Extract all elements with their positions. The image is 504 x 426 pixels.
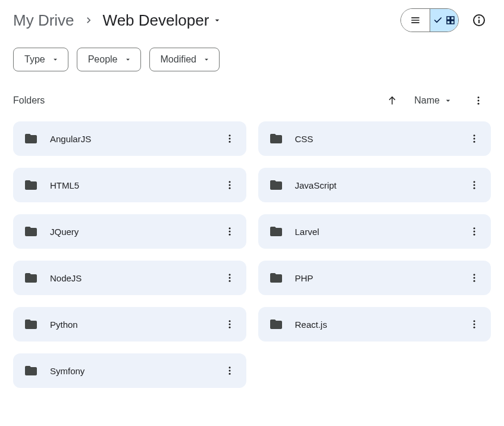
chevron-right-icon	[83, 14, 95, 26]
arrow-up-icon	[387, 95, 397, 106]
svg-point-27	[228, 231, 230, 233]
info-icon	[472, 13, 486, 27]
folder-card[interactable]: Larvel	[258, 214, 492, 249]
list-view-button[interactable]	[401, 9, 430, 32]
svg-point-16	[228, 141, 230, 143]
folder-more-button[interactable]	[219, 360, 240, 381]
svg-point-44	[228, 367, 230, 368]
grid-view-button[interactable]	[430, 9, 458, 32]
svg-point-30	[474, 231, 475, 233]
svg-point-19	[474, 141, 475, 143]
filter-people[interactable]: People	[77, 48, 141, 71]
sort-by-button[interactable]: Name	[414, 95, 453, 106]
folder-icon	[24, 271, 38, 285]
svg-point-32	[228, 274, 230, 275]
caret-down-icon	[443, 96, 453, 105]
svg-point-33	[228, 277, 230, 279]
svg-point-45	[228, 370, 230, 372]
folder-card[interactable]: JQuery	[13, 214, 246, 249]
folder-name: JavaScript	[295, 180, 464, 190]
caret-down-icon	[212, 15, 222, 25]
svg-point-15	[228, 138, 230, 140]
folder-more-button[interactable]	[464, 314, 485, 335]
folder-grid: AngularJSCSSHTML5JavaScriptJQueryLarvelN…	[13, 121, 491, 388]
folder-more-button[interactable]	[219, 128, 240, 149]
filter-modified-label: Modified	[161, 54, 196, 65]
folder-card[interactable]: JavaScript	[258, 168, 492, 202]
svg-rect-6	[450, 21, 453, 24]
folder-card[interactable]: Symfony	[13, 353, 246, 388]
folder-icon	[269, 178, 283, 192]
svg-point-23	[474, 181, 475, 183]
folder-card[interactable]: PHP	[258, 261, 492, 295]
svg-point-39	[228, 324, 230, 325]
folder-more-button[interactable]	[464, 267, 485, 289]
folder-name: CSS	[295, 134, 464, 144]
folder-icon	[269, 224, 283, 239]
svg-point-17	[474, 134, 475, 136]
section-title: Folders	[13, 95, 45, 106]
svg-point-9	[479, 17, 480, 18]
svg-point-21	[228, 184, 230, 186]
sort-direction-button[interactable]	[387, 95, 397, 106]
list-view-icon	[409, 14, 421, 26]
svg-point-46	[228, 373, 230, 375]
folder-more-button[interactable]	[464, 128, 485, 149]
caret-down-icon	[51, 55, 60, 64]
folder-card[interactable]: NodeJS	[13, 261, 246, 295]
folder-name: Symfony	[50, 366, 219, 376]
folder-more-button[interactable]	[219, 267, 240, 289]
folder-name: AngularJS	[50, 134, 219, 144]
folder-more-button[interactable]	[219, 221, 240, 242]
breadcrumb-current-label: Web Developer	[103, 11, 209, 30]
filter-modified[interactable]: Modified	[149, 48, 220, 71]
svg-rect-3	[447, 17, 450, 20]
folder-more-button[interactable]	[219, 174, 240, 196]
folder-card[interactable]: AngularJS	[13, 121, 246, 156]
svg-rect-4	[450, 17, 453, 20]
folder-card[interactable]: HTML5	[13, 168, 246, 202]
folder-icon	[24, 364, 38, 378]
grid-view-icon	[445, 15, 456, 26]
filter-type-label: Type	[24, 54, 45, 65]
folder-more-button[interactable]	[464, 221, 485, 242]
folder-card[interactable]: CSS	[258, 121, 492, 156]
breadcrumb-current[interactable]: Web Developer	[103, 11, 223, 30]
filter-type[interactable]: Type	[13, 48, 68, 71]
svg-point-14	[228, 134, 230, 136]
folder-name: NodeJS	[50, 273, 219, 283]
folder-icon	[24, 178, 38, 192]
folder-icon	[24, 317, 38, 331]
folder-more-button[interactable]	[219, 314, 240, 335]
filter-row: Type People Modified	[13, 48, 491, 71]
folder-icon	[269, 271, 283, 285]
svg-point-24	[474, 184, 475, 186]
header-actions	[400, 8, 491, 32]
folder-name: HTML5	[50, 180, 219, 190]
folder-name: Larvel	[295, 227, 464, 237]
svg-point-11	[478, 96, 480, 98]
svg-point-41	[474, 320, 475, 322]
info-button[interactable]	[467, 8, 491, 32]
folder-icon	[24, 224, 38, 239]
svg-rect-5	[447, 21, 450, 24]
view-toggle	[400, 8, 459, 32]
svg-point-40	[228, 327, 230, 328]
caret-down-icon	[202, 55, 211, 64]
folder-card[interactable]: Python	[13, 307, 246, 342]
folder-card[interactable]: React.js	[258, 307, 492, 342]
section-controls: Name	[387, 92, 487, 109]
breadcrumb-root[interactable]: My Drive	[13, 11, 74, 30]
svg-point-26	[228, 227, 230, 229]
svg-point-18	[474, 138, 475, 140]
section-header: Folders Name	[13, 92, 491, 109]
svg-point-31	[474, 234, 475, 236]
svg-point-37	[474, 280, 475, 282]
svg-point-20	[228, 181, 230, 183]
svg-point-28	[228, 234, 230, 236]
svg-point-43	[474, 327, 475, 328]
svg-point-42	[474, 324, 475, 325]
sort-by-label: Name	[414, 95, 440, 106]
section-more-button[interactable]	[469, 92, 487, 109]
folder-more-button[interactable]	[464, 174, 485, 196]
